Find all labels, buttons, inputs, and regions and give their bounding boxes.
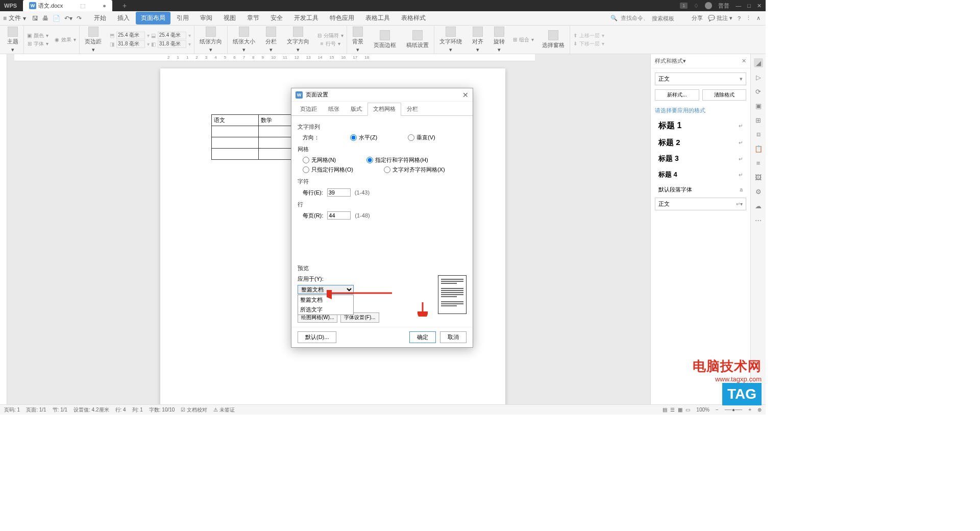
tool-image-icon[interactable]: 🖼: [754, 173, 763, 182]
paper-setting-button[interactable]: 稿纸设置: [404, 29, 431, 50]
status-position[interactable]: 设置值: 4.2厘米: [74, 406, 109, 414]
align-button[interactable]: 对齐▾: [470, 26, 485, 54]
share-button[interactable]: 分享: [692, 14, 703, 22]
radio-line-char-grid[interactable]: 指定行和字符网格(H): [366, 156, 428, 164]
radio-vertical[interactable]: 垂直(V): [408, 134, 435, 141]
ok-button[interactable]: 确定: [409, 331, 436, 343]
user-avatar[interactable]: [705, 2, 712, 9]
tab-pin-icon[interactable]: ⬚: [80, 3, 85, 9]
tab-page-layout[interactable]: 页面布局: [136, 12, 170, 25]
default-button[interactable]: 默认(D)...: [298, 331, 336, 343]
view-print-icon[interactable]: ▤: [663, 407, 667, 413]
status-signature[interactable]: ⚠ 未签证: [213, 406, 235, 414]
tab-view[interactable]: 视图: [218, 12, 241, 25]
dialog-close-icon[interactable]: ✕: [462, 91, 469, 99]
margin-left-field[interactable]: ◨ ▾ ◧ ▾: [110, 40, 191, 48]
table-cell[interactable]: 语文: [212, 115, 259, 126]
status-words[interactable]: 字数: 10/10: [149, 406, 175, 414]
radio-no-grid[interactable]: 无网格(N): [303, 156, 336, 164]
theme-font[interactable]: ⊞ 字体▾: [28, 40, 48, 47]
status-page-of[interactable]: 页面: 1/1: [26, 406, 46, 414]
style-heading2[interactable]: 标题 2↵: [655, 135, 746, 150]
tool-review-icon[interactable]: ⟳: [754, 87, 763, 96]
tab-table-style[interactable]: 表格样式: [396, 12, 431, 25]
style-heading1[interactable]: 标题 1↵: [655, 118, 746, 134]
theme-effect[interactable]: ◉ 效果▾: [55, 36, 76, 43]
search-input[interactable]: [652, 15, 682, 21]
style-heading4[interactable]: 标题 4↵: [655, 167, 746, 182]
close-button[interactable]: ✕: [757, 3, 762, 9]
tab-section[interactable]: 章节: [242, 12, 264, 25]
zoom-in-icon[interactable]: +: [748, 407, 751, 413]
minimize-button[interactable]: —: [736, 3, 741, 9]
tab-close-icon[interactable]: ●: [103, 3, 106, 9]
tab-references[interactable]: 引用: [172, 12, 194, 25]
collapse-ribbon-icon[interactable]: ⋮: [746, 15, 751, 21]
dlg-tab-layout[interactable]: 版式: [345, 103, 368, 115]
zoom-slider[interactable]: ──●──: [725, 407, 742, 413]
tool-select-icon[interactable]: ▷: [754, 73, 763, 82]
print-icon[interactable]: 🖶: [42, 15, 48, 22]
wrap-button[interactable]: 文字环绕▾: [437, 26, 464, 54]
tool-field-icon[interactable]: ⧈: [754, 130, 763, 139]
vertical-ruler[interactable]: [0, 54, 7, 404]
page-border-button[interactable]: 页面边框: [372, 29, 398, 50]
zoom-level[interactable]: 100%: [696, 407, 709, 413]
status-line[interactable]: 行: 4: [115, 406, 126, 414]
dialog-titlebar[interactable]: W 页面设置 ✕: [291, 88, 473, 102]
style-heading3[interactable]: 标题 3↵: [655, 152, 746, 166]
maximize-button[interactable]: □: [747, 3, 751, 9]
table-cell[interactable]: [212, 126, 259, 137]
apply-option-selected[interactable]: 所选文字: [298, 305, 353, 315]
new-style-button[interactable]: 新样式...: [655, 89, 699, 101]
status-column[interactable]: 列: 1: [132, 406, 143, 414]
radio-line-only-grid[interactable]: 只指定行网格(O): [303, 166, 353, 174]
horizontal-ruler[interactable]: 21123456789101112131415161718: [14, 54, 535, 61]
background-button[interactable]: 背景▾: [350, 26, 365, 54]
tool-gear-icon[interactable]: ⚙: [754, 187, 763, 196]
radio-align-char-grid[interactable]: 文字对齐字符网格(X): [384, 166, 445, 174]
tool-doc-icon[interactable]: ≡: [754, 158, 763, 167]
breaks-button[interactable]: ⊟ 分隔符▾: [317, 32, 344, 39]
apply-option-whole[interactable]: 整篇文档: [298, 295, 353, 305]
rotate-button[interactable]: 旋转▾: [492, 26, 507, 54]
select-pane-button[interactable]: 选择窗格: [540, 29, 567, 50]
per-page-input[interactable]: [327, 211, 351, 220]
tool-shapes-icon[interactable]: ▣: [754, 101, 763, 110]
cancel-button[interactable]: 取消: [440, 331, 467, 343]
style-body[interactable]: 正文↵▾: [655, 198, 746, 210]
line-number-button[interactable]: ≡ 行号▾: [321, 40, 340, 47]
view-web-icon[interactable]: ▦: [678, 407, 682, 413]
margin-top-field[interactable]: ⬒ ▾ ⬓ ▾: [110, 32, 191, 39]
dlg-tab-columns[interactable]: 分栏: [401, 103, 424, 115]
new-tab-button[interactable]: +: [122, 2, 127, 10]
columns-button[interactable]: 分栏▾: [263, 26, 279, 54]
view-read-icon[interactable]: ▭: [685, 407, 690, 413]
tab-table-tools[interactable]: 表格工具: [360, 12, 395, 25]
apply-to-select[interactable]: 整篇文档: [298, 285, 354, 294]
group-button[interactable]: ⊞ 组合▾: [513, 36, 534, 43]
fit-icon[interactable]: ⊕: [757, 407, 762, 413]
status-section[interactable]: 节: 1/1: [53, 406, 67, 414]
margin-button[interactable]: 页边距▾: [83, 26, 104, 54]
tool-clipboard-icon[interactable]: 📋: [754, 144, 763, 153]
size-button[interactable]: 纸张大小▾: [231, 26, 257, 54]
status-page[interactable]: 页码: 1: [4, 406, 20, 414]
current-style-selector[interactable]: 正文▾: [655, 73, 746, 85]
status-proof[interactable]: ☑ 文档校对: [181, 406, 207, 414]
command-search[interactable]: 🔍 查找命令、: [610, 14, 687, 22]
tool-more-icon[interactable]: ⋯: [754, 215, 763, 225]
theme-button[interactable]: 主题▾: [5, 26, 20, 54]
tool-format-icon[interactable]: ◢: [754, 58, 763, 67]
view-outline-icon[interactable]: ☰: [670, 407, 675, 413]
table-cell[interactable]: [212, 137, 259, 149]
help-button[interactable]: ?: [738, 15, 741, 21]
radio-horizontal[interactable]: 水平(Z): [350, 134, 377, 141]
premium-icon[interactable]: ♢: [694, 3, 699, 9]
tab-insert[interactable]: 插入: [112, 12, 135, 25]
theme-color[interactable]: ▣ 颜色▾: [27, 32, 48, 39]
tab-features[interactable]: 特色应用: [325, 12, 359, 25]
tool-cloud-icon[interactable]: ☁: [754, 201, 763, 210]
document-tab[interactable]: W 语文.docx ⬚ ●: [23, 0, 112, 11]
tab-start[interactable]: 开始: [89, 12, 111, 25]
